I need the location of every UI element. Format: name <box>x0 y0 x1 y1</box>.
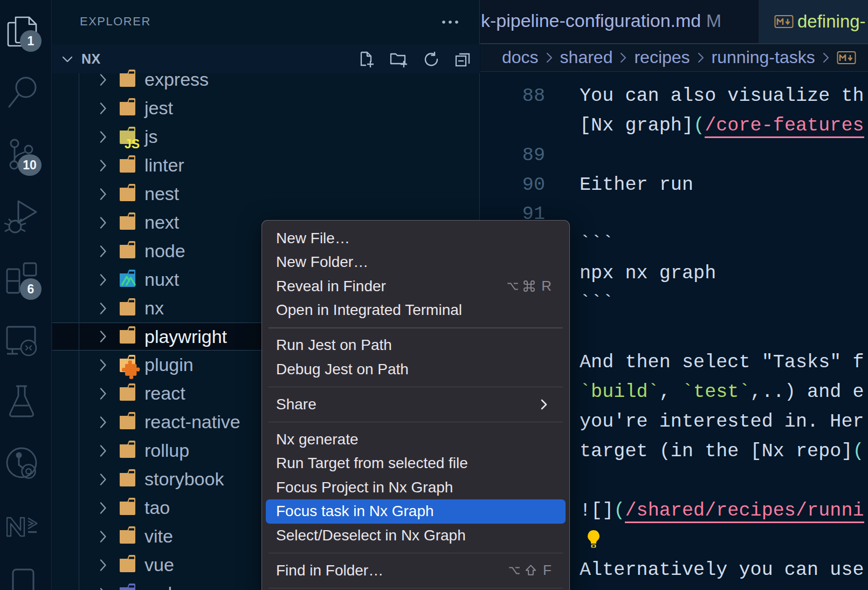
svg-text:1: 1 <box>27 34 35 48</box>
svg-text:10: 10 <box>23 158 37 172</box>
svg-text:6: 6 <box>27 282 35 296</box>
svg-text:JS: JS <box>125 137 140 151</box>
